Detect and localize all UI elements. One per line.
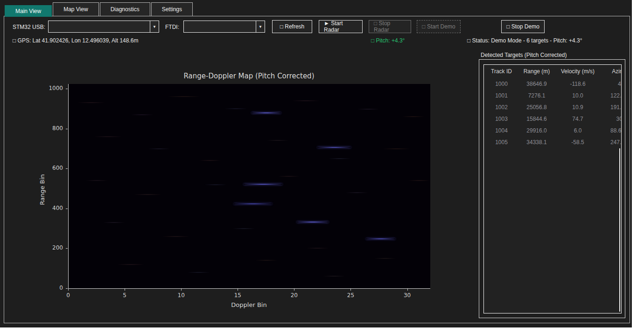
chart-title: Range-Doppler Map (Pitch Corrected) <box>68 72 430 80</box>
noise-streak <box>131 114 153 115</box>
x-tick-label: 30 <box>399 292 416 299</box>
noise-streak <box>232 228 255 229</box>
table-row[interactable]: 100429916.06.088.66998 <box>484 125 621 136</box>
noise-streak <box>117 264 145 265</box>
stm32-usb-label: STM32 USB: <box>13 24 45 30</box>
y-tick-label: 200 <box>42 244 63 251</box>
targets-panel-title: Detected Targets (Pitch Corrected) <box>481 52 567 58</box>
column-header[interactable]: Azimuth <box>601 68 622 75</box>
table-row[interactable]: 100534338.1-58.5247.5104 <box>484 136 621 148</box>
table-cell: 6.0 <box>554 127 601 134</box>
noise-streak <box>94 136 122 137</box>
noise-streak <box>374 258 396 259</box>
table-cell: 122.2510 <box>601 92 622 99</box>
noise-streak <box>85 180 108 181</box>
table-cell: 10.0 <box>554 92 601 99</box>
table-scrollbar[interactable] <box>619 148 620 312</box>
x-axis-label: Doppler Bin <box>68 301 430 308</box>
y-tick-mark <box>66 248 68 249</box>
y-tick-mark <box>66 89 68 89</box>
column-header[interactable]: Velocity (m/s) <box>554 68 601 75</box>
x-tick-label: 20 <box>286 292 302 299</box>
tab-settings[interactable]: Settings <box>151 2 193 16</box>
y-axis-label: Range Bin <box>39 167 46 213</box>
noise-streak <box>187 272 210 273</box>
tab-main-view[interactable]: Main View <box>5 5 52 17</box>
refresh-button[interactable]: □ Refresh <box>272 20 312 33</box>
targets-table-header: Track IDRange (m)Velocity (m/s)Azimuth <box>484 65 621 78</box>
table-cell: -58.5 <box>554 139 601 146</box>
stm32-usb-combo-value <box>49 21 150 32</box>
column-header[interactable]: Range (m) <box>519 68 554 75</box>
stm32-usb-combo[interactable]: ▼ <box>48 21 159 33</box>
table-cell: 38646.9 <box>519 81 554 87</box>
ftdi-combo[interactable]: ▼ <box>183 21 265 33</box>
table-cell: 191.2552 <box>601 104 622 111</box>
noise-streak <box>345 192 368 193</box>
stop-demo-button[interactable]: □ Stop Demo <box>501 20 545 33</box>
x-tick-mark <box>181 289 182 291</box>
x-tick-mark <box>238 289 238 291</box>
noise-streak <box>382 148 411 149</box>
app-window: Main ViewMap ViewDiagnosticsSettings STM… <box>0 0 632 327</box>
y-tick-mark <box>66 129 68 129</box>
noise-streak <box>77 102 105 103</box>
tab-bar: Main ViewMap ViewDiagnosticsSettings <box>5 2 193 16</box>
noise-streak <box>167 96 201 97</box>
column-header[interactable]: Track ID <box>484 68 519 75</box>
range-doppler-heatmap <box>68 84 430 289</box>
x-tick-label: 10 <box>173 292 189 299</box>
ftdi-label: FTDI: <box>165 24 179 30</box>
table-cell: 74.7 <box>554 116 601 122</box>
noise-streak <box>292 100 320 101</box>
ftdi-combo-value <box>184 21 256 32</box>
noise-streak <box>323 276 345 277</box>
table-row[interactable]: 10017276.110.0122.2510 <box>484 90 621 101</box>
table-cell: 1003 <box>484 116 519 122</box>
y-tick-label: 0 <box>42 285 63 291</box>
x-tick-mark <box>68 289 69 291</box>
x-tick-label: 5 <box>116 292 133 299</box>
x-tick-mark <box>350 289 351 291</box>
noise-streak <box>255 260 278 261</box>
table-row[interactable]: 100225056.810.9191.2552 <box>484 101 621 113</box>
chevron-down-icon[interactable]: ▼ <box>150 21 159 32</box>
chevron-down-icon[interactable]: ▼ <box>256 21 265 32</box>
y-tick-label: 1000 <box>42 85 63 91</box>
table-row[interactable]: 100038646.9-118.645° <box>484 78 621 90</box>
noise-streak <box>103 222 125 223</box>
x-tick-label: 25 <box>342 292 359 299</box>
table-cell: 45° <box>601 81 622 87</box>
x-tick-label: 0 <box>60 292 77 299</box>
table-row[interactable]: 100315844.674.7300° <box>484 113 621 125</box>
table-cell: 25056.8 <box>519 104 554 111</box>
table-cell: 29916.0 <box>519 127 554 134</box>
table-cell: 15844.6 <box>519 116 554 122</box>
table-cell: 1001 <box>484 92 519 99</box>
x-tick-mark <box>294 289 294 291</box>
tab-diagnostics[interactable]: Diagnostics <box>100 2 150 16</box>
noise-streak <box>329 158 351 159</box>
noise-streak <box>162 236 190 237</box>
y-tick-label: 400 <box>42 205 63 211</box>
table-cell: 247.5104 <box>601 139 622 146</box>
y-tick-label: 600 <box>42 165 63 171</box>
noise-streak <box>133 194 162 195</box>
x-tick-mark <box>407 289 408 291</box>
noise-streak <box>224 108 247 109</box>
noise-streak <box>357 109 379 110</box>
noise-streak <box>266 140 289 141</box>
start-demo-button[interactable]: □ Start Demo <box>417 20 461 33</box>
table-cell: 1000 <box>484 81 519 87</box>
target-streak <box>317 147 351 148</box>
start-radar-button[interactable]: ► Start Radar <box>319 20 363 33</box>
target-streak <box>234 203 272 204</box>
gps-status-text: □ GPS: Lat 41.902426, Lon 12.496039, Alt… <box>13 37 138 44</box>
tab-map-view[interactable]: Map View <box>53 2 98 16</box>
y-tick-mark <box>66 168 68 169</box>
target-streak <box>252 112 281 113</box>
stop-radar-button[interactable]: □ Stop Radar <box>369 20 411 33</box>
noise-streak <box>204 184 227 185</box>
targets-table[interactable]: Track IDRange (m)Velocity (m/s)Azimuth 1… <box>483 64 622 313</box>
noise-streak <box>306 248 329 249</box>
